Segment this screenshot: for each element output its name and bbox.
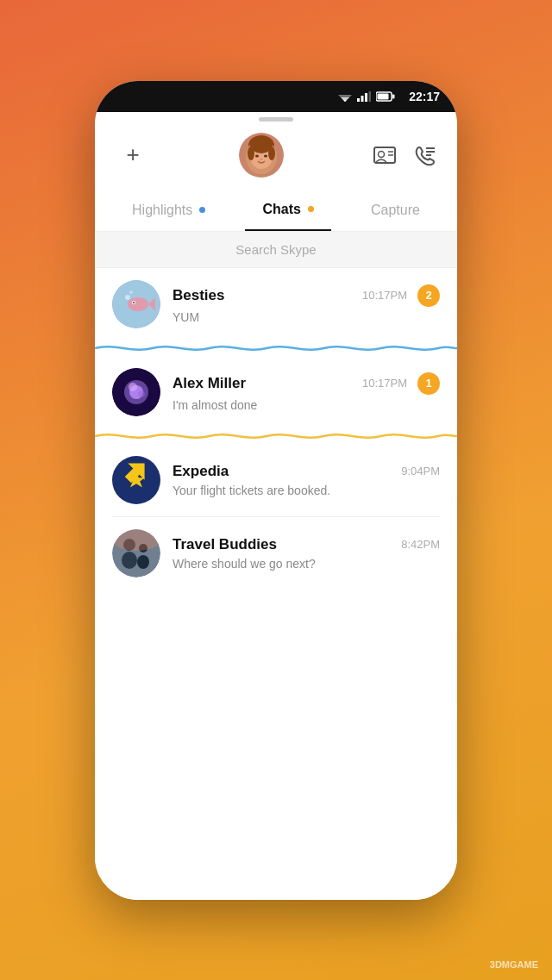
chat-content-besties: Besties 10:17PM 2 YUM <box>172 284 440 324</box>
highlights-dot <box>199 207 205 213</box>
tab-highlights[interactable]: Highlights <box>115 190 223 230</box>
chat-message: YUM <box>172 310 440 324</box>
chat-name: Besties <box>172 287 224 304</box>
svg-rect-9 <box>392 94 395 98</box>
svg-rect-3 <box>357 98 360 102</box>
chat-message-alex: I'm almost done <box>172 398 440 412</box>
search-placeholder: Search Skype <box>235 242 316 257</box>
chat-item-expedia[interactable]: Expedia 9:04PM Your flight tickets are b… <box>95 444 457 516</box>
avatar-alex <box>112 368 160 416</box>
battery-icon <box>376 91 395 102</box>
chat-time-expedia: 9:04PM <box>401 465 440 478</box>
chat-item-alex[interactable]: Alex Miller 10:17PM 1 I'm almost done <box>95 356 457 428</box>
chat-message-expedia: Your flight tickets are booked. <box>172 484 440 497</box>
svg-point-43 <box>122 552 137 569</box>
chat-time-alex: 10:17PM <box>362 377 407 390</box>
wave-divider-yellow <box>95 428 457 444</box>
svg-rect-8 <box>378 93 389 99</box>
header-actions <box>373 143 436 167</box>
svg-rect-5 <box>365 93 367 102</box>
tab-capture[interactable]: Capture <box>354 190 437 230</box>
svg-point-38 <box>138 390 145 397</box>
phone-pill <box>259 117 293 122</box>
watermark: 3DMGAME <box>490 959 538 970</box>
search-bar: Search Skype <box>95 232 457 268</box>
wave-divider-blue <box>95 340 457 356</box>
status-icons <box>338 91 395 102</box>
svg-point-28 <box>128 297 148 311</box>
signal-icon <box>357 91 371 102</box>
chat-content-alex: Alex Miller 10:17PM 1 I'm almost done <box>172 372 440 412</box>
svg-point-31 <box>133 302 135 303</box>
status-bar: 22:17 <box>95 81 457 112</box>
avatar-travel <box>112 529 160 577</box>
svg-point-15 <box>248 147 254 160</box>
phone-frame: 22:17 + <box>95 81 457 900</box>
chat-time: 10:17PM <box>362 289 407 302</box>
chat-message-travel: Where should we go next? <box>172 557 440 571</box>
svg-point-21 <box>379 151 385 157</box>
svg-point-16 <box>268 147 275 160</box>
status-time: 22:17 <box>409 90 440 103</box>
tabs-bar: Highlights Chats Capture <box>95 190 457 232</box>
chat-content-expedia: Expedia 9:04PM Your flight tickets are b… <box>172 463 440 497</box>
svg-marker-2 <box>343 100 347 102</box>
chat-name-row-travel: Travel Buddies 8:42PM <box>172 536 440 553</box>
contact-card-icon[interactable] <box>373 143 397 167</box>
svg-point-45 <box>137 555 149 569</box>
svg-rect-6 <box>369 91 372 102</box>
chat-item-besties[interactable]: Besties 10:17PM 2 YUM <box>95 268 457 340</box>
calls-list-icon[interactable] <box>412 143 436 167</box>
avatar-besties <box>112 280 160 328</box>
tab-chats[interactable]: Chats <box>245 190 330 231</box>
svg-rect-46 <box>112 529 160 551</box>
chat-name-alex: Alex Miller <box>172 375 246 392</box>
wifi-icon <box>338 91 352 102</box>
svg-point-17 <box>255 154 259 157</box>
chat-name-row: Besties 10:17PM 2 <box>172 284 440 307</box>
chat-name-row-expedia: Expedia 9:04PM <box>172 463 440 480</box>
chat-name-travel: Travel Buddies <box>172 536 277 553</box>
svg-point-32 <box>125 295 130 300</box>
app-header: + <box>95 121 457 190</box>
search-container[interactable]: Search Skype <box>116 242 436 257</box>
svg-point-37 <box>129 383 137 391</box>
chat-name-expedia: Expedia <box>172 463 229 480</box>
user-avatar[interactable] <box>239 133 284 178</box>
chats-dot <box>308 206 314 212</box>
svg-rect-4 <box>361 96 364 102</box>
chat-item-travel[interactable]: Travel Buddies 8:42PM Where should we go… <box>95 517 457 584</box>
unread-badge: 2 <box>417 284 440 307</box>
add-button[interactable]: + <box>116 141 150 168</box>
avatar-image <box>239 133 284 178</box>
chat-content-travel: Travel Buddies 8:42PM Where should we go… <box>172 536 440 571</box>
svg-point-33 <box>129 290 133 294</box>
svg-point-18 <box>264 154 267 157</box>
bottom-space <box>95 584 457 900</box>
chat-list: Besties 10:17PM 2 YUM <box>95 268 457 584</box>
unread-badge-alex: 1 <box>417 372 440 395</box>
chat-time-travel: 8:42PM <box>401 538 440 551</box>
avatar-expedia <box>112 456 160 504</box>
svg-point-19 <box>260 159 263 160</box>
chat-name-row-alex: Alex Miller 10:17PM 1 <box>172 372 440 395</box>
